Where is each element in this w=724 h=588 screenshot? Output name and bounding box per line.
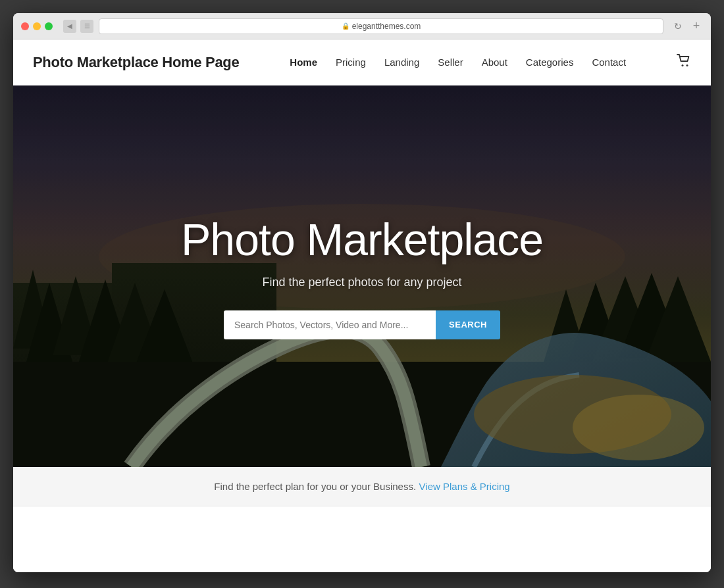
nav-item-about[interactable]: About	[482, 57, 507, 68]
address-bar[interactable]: 🔒 elegantthemes.com	[99, 18, 663, 34]
search-input[interactable]	[224, 310, 436, 339]
browser-window: ◀ ☰ 🔒 elegantthemes.com ↻ + Photo Market…	[13, 13, 711, 572]
browser-dots	[21, 22, 53, 30]
cart-icon[interactable]	[677, 54, 691, 70]
maximize-dot[interactable]	[45, 22, 53, 30]
site-navigation: Photo Marketplace Home Page Home Pricing…	[13, 39, 711, 86]
site-content: Photo Marketplace Home Page Home Pricing…	[13, 39, 711, 572]
hero-title: Photo Marketplace	[181, 214, 543, 265]
hero-content: Photo Marketplace Find the perfect photo…	[181, 214, 543, 339]
svg-point-1	[686, 64, 688, 66]
pricing-bar-link[interactable]: View Plans & Pricing	[419, 481, 510, 492]
lock-icon: 🔒	[342, 22, 349, 30]
nav-item-contact[interactable]: Contact	[592, 57, 626, 68]
reader-button[interactable]: ☰	[80, 20, 93, 33]
nav-item-landing[interactable]: Landing	[384, 57, 419, 68]
hero-subtitle: Find the perfect photos for any project	[181, 276, 543, 289]
search-bar: SEARCH	[224, 310, 500, 339]
back-button[interactable]: ◀	[63, 20, 76, 33]
reload-button[interactable]: ↻	[671, 20, 685, 33]
nav-item-seller[interactable]: Seller	[438, 57, 463, 68]
url-text: elegantthemes.com	[352, 22, 421, 31]
hero-section: Photo Marketplace Find the perfect photo…	[13, 86, 711, 467]
close-dot[interactable]	[21, 22, 29, 30]
pricing-bar-text: Find the perfect plan for you or your Bu…	[214, 481, 416, 492]
nav-item-pricing[interactable]: Pricing	[336, 57, 366, 68]
new-tab-button[interactable]: +	[690, 20, 703, 33]
nav-item-home[interactable]: Home	[290, 57, 317, 68]
site-logo: Photo Marketplace Home Page	[33, 54, 239, 71]
nav-links: Home Pricing Landing Seller About Catego…	[290, 57, 626, 68]
nav-item-categories[interactable]: Categories	[526, 57, 574, 68]
content-area	[13, 506, 711, 572]
minimize-dot[interactable]	[33, 22, 41, 30]
browser-controls: ◀ ☰	[63, 20, 93, 33]
pricing-bar: Find the perfect plan for you or your Bu…	[13, 467, 711, 506]
search-button[interactable]: SEARCH	[436, 310, 500, 339]
browser-toolbar: ◀ ☰ 🔒 elegantthemes.com ↻ +	[13, 13, 711, 39]
svg-point-0	[682, 64, 684, 66]
